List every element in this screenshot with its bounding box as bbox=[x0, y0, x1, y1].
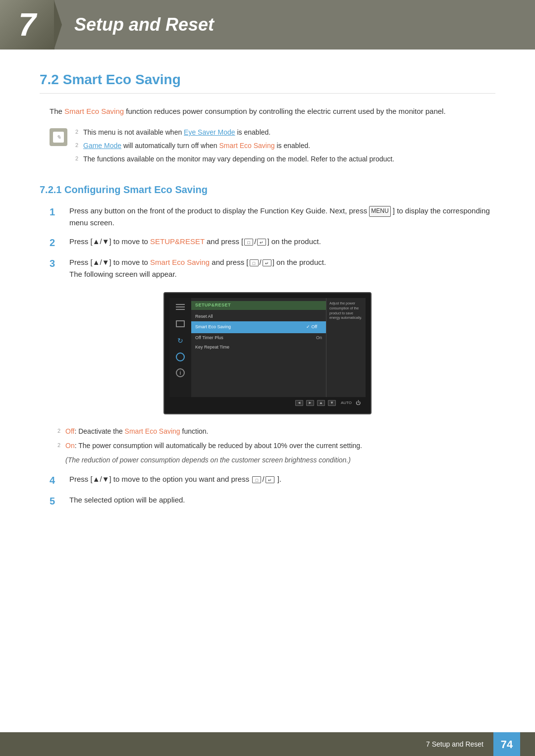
menu-item-off-timer-label: Off Timer Plus bbox=[195, 335, 223, 342]
menu-item-smart-eco[interactable]: Smart Eco Saving ✓ Off bbox=[191, 321, 326, 333]
menu-icon-setup bbox=[176, 353, 185, 361]
btn-down[interactable]: ▼ bbox=[328, 400, 336, 406]
button-icon-3a: □ bbox=[250, 259, 259, 266]
menu-header-label: SETUP&RESET bbox=[191, 301, 326, 310]
eye-saver-link[interactable]: Eye Saver Mode bbox=[184, 128, 235, 136]
chapter-number: 7 bbox=[0, 0, 54, 50]
monitor-bottom-bar: ◄ ► ▲ ▼ AUTO ⏻ bbox=[169, 397, 366, 408]
arrow-right-icon: ► bbox=[308, 400, 312, 406]
smart-eco-saving-highlight-2: Smart Eco Saving bbox=[219, 142, 274, 150]
button-icon-3b: ↵ bbox=[263, 259, 271, 266]
note-icon-inner: ✎ bbox=[53, 132, 64, 143]
menu-item-reset-all: Reset All bbox=[191, 312, 326, 322]
menu-icon-info: i bbox=[176, 368, 185, 377]
button-icon-4a: □ bbox=[252, 476, 261, 483]
step-2-content: Press [▲/▼] to move to SETUP&RESET and p… bbox=[69, 236, 495, 248]
section-title: Smart Eco Saving bbox=[63, 72, 181, 87]
smart-eco-saving-highlight-1: Smart Eco Saving bbox=[64, 107, 124, 115]
game-mode-link[interactable]: Game Mode bbox=[83, 142, 121, 150]
step-4-number: 4 bbox=[50, 473, 64, 487]
note-item-3: The functions available on the monitor m… bbox=[75, 154, 394, 164]
power-icon: ⏻ bbox=[356, 399, 361, 406]
menu-icon-picture bbox=[174, 319, 186, 329]
btn-right[interactable]: ► bbox=[306, 400, 314, 406]
indent-note: (The reduction of power consumption depe… bbox=[65, 455, 495, 465]
off-timer-value: On bbox=[316, 335, 322, 342]
subsection-title: Configuring Smart Eco Saving bbox=[64, 184, 208, 195]
icon-bar-1 bbox=[176, 304, 185, 305]
intro-paragraph: The Smart Eco Saving function reduces po… bbox=[40, 105, 495, 117]
auto-text: AUTO bbox=[341, 400, 352, 406]
note-item-1: This menu is not available when Eye Save… bbox=[75, 127, 394, 138]
arrow-down-icon: ▼ bbox=[330, 400, 334, 406]
step-5-number: 5 bbox=[50, 494, 64, 508]
step-3-content: Press [▲/▼] to move to Smart Eco Saving … bbox=[69, 256, 495, 280]
smart-eco-highlight-off: Smart Eco Saving bbox=[125, 427, 180, 435]
menu-item-key-repeat-label: Key Repeat Time bbox=[195, 344, 229, 351]
main-content: 7.2 Smart Eco Saving The Smart Eco Savin… bbox=[0, 50, 535, 554]
icon-bar-3 bbox=[176, 309, 185, 310]
step-4-content: Press [▲/▼] to move to the option you wa… bbox=[69, 473, 495, 485]
step-5: 5 The selected option will be applied. bbox=[50, 494, 495, 508]
menu-sidebar: ↻ i bbox=[169, 298, 191, 397]
menu-item-reset-all-label: Reset All bbox=[195, 313, 213, 320]
menu-info-panel: Adjust the power consumption of the prod… bbox=[326, 298, 366, 397]
menu-info-text: Adjust the power consumption of the prod… bbox=[329, 301, 363, 320]
bullet-item-on: On: The power consumption will automatic… bbox=[57, 441, 495, 451]
picture-icon-shape bbox=[176, 320, 185, 327]
btn-up[interactable]: ▲ bbox=[317, 400, 325, 406]
step-1: 1 Press any button on the front of the p… bbox=[50, 205, 495, 229]
note-list: This menu is not available when Eye Save… bbox=[75, 127, 394, 167]
subsection-number: 7.2.1 bbox=[40, 184, 61, 195]
step-1-number: 1 bbox=[50, 205, 64, 219]
arrow-up-icon: ▲ bbox=[319, 400, 323, 406]
color-icon-shape: ↻ bbox=[176, 336, 185, 345]
step-2: 2 Press [▲/▼] to move to SETUP&RESET and… bbox=[50, 236, 495, 250]
setup-reset-highlight: SETUP&RESET bbox=[150, 237, 205, 246]
menu-key: MENU bbox=[369, 206, 390, 216]
screen-appear-text: The following screen will appear. bbox=[69, 270, 177, 278]
bullet-list: Off: Deactivate the Smart Eco Saving fun… bbox=[57, 426, 495, 451]
step-2-number: 2 bbox=[50, 236, 64, 250]
step-5-content: The selected option will be applied. bbox=[69, 494, 495, 506]
menu-item-key-repeat: Key Repeat Time bbox=[191, 343, 326, 353]
step-4: 4 Press [▲/▼] to move to the option you … bbox=[50, 473, 495, 487]
footer: 7 Setup and Reset 74 bbox=[0, 732, 535, 756]
note-box: ✎ This menu is not available when Eye Sa… bbox=[50, 127, 495, 167]
note-icon: ✎ bbox=[50, 128, 67, 146]
subsection-heading: 7.2.1 Configuring Smart Eco Saving bbox=[40, 182, 495, 197]
section-heading: 7.2 Smart Eco Saving bbox=[40, 69, 495, 94]
button-icon-2b: ↵ bbox=[257, 239, 266, 246]
monitor-inner: ↻ i SETUP&RESET Reset All Smart Eco Savi… bbox=[169, 298, 366, 397]
monitor-screenshot: ↻ i SETUP&RESET Reset All Smart Eco Savi… bbox=[163, 292, 372, 414]
step-3: 3 Press [▲/▼] to move to Smart Eco Savin… bbox=[50, 256, 495, 280]
menu-item-off-timer: Off Timer Plus On bbox=[191, 333, 326, 343]
menu-icon-display bbox=[174, 302, 186, 312]
icon-bar-2 bbox=[176, 306, 185, 307]
off-label: Off bbox=[65, 427, 74, 435]
menu-content: SETUP&RESET Reset All Smart Eco Saving ✓… bbox=[191, 298, 326, 397]
note-item-2: Game Mode will automatically turn off wh… bbox=[75, 141, 394, 151]
step-3-number: 3 bbox=[50, 256, 64, 270]
chapter-header: 7 Setup and Reset bbox=[0, 0, 535, 50]
steps-list-2: 4 Press [▲/▼] to move to the option you … bbox=[50, 473, 495, 508]
smart-eco-value: ✓ Off bbox=[302, 323, 322, 332]
arrow-left-icon: ◄ bbox=[297, 400, 301, 406]
button-icon-2a: □ bbox=[244, 239, 253, 246]
steps-list: 1 Press any button on the front of the p… bbox=[50, 205, 495, 280]
menu-item-smart-eco-label: Smart Eco Saving bbox=[195, 324, 231, 331]
footer-page: 74 bbox=[493, 732, 520, 756]
button-icon-4b: ↵ bbox=[266, 476, 274, 483]
smart-eco-highlight-step3: Smart Eco Saving bbox=[150, 258, 210, 266]
menu-icon-color: ↻ bbox=[174, 336, 186, 346]
on-label: On bbox=[65, 442, 75, 450]
section-number: 7.2 bbox=[40, 72, 59, 87]
bullet-item-off: Off: Deactivate the Smart Eco Saving fun… bbox=[57, 426, 495, 437]
chapter-title: Setup and Reset bbox=[54, 11, 214, 38]
step-1-content: Press any button on the front of the pro… bbox=[69, 205, 495, 229]
footer-text: 7 Setup and Reset bbox=[426, 739, 483, 750]
btn-left[interactable]: ◄ bbox=[295, 400, 303, 406]
